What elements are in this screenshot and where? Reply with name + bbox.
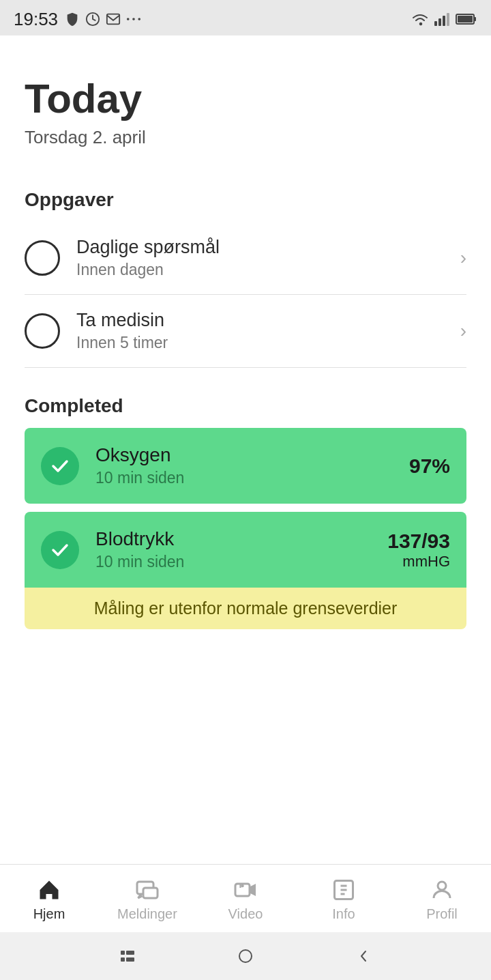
svg-rect-11 xyxy=(458,16,473,23)
status-time: 19:53 xyxy=(14,9,58,30)
completed-time-1: 10 min siden xyxy=(95,553,387,571)
completed-info-0: Oksygen 10 min siden xyxy=(95,444,409,487)
page-subtitle: Torsdag 2. april xyxy=(25,127,466,148)
tasks-section-header: Oppgaver xyxy=(25,189,466,211)
profile-icon xyxy=(430,878,454,902)
svg-rect-5 xyxy=(434,21,437,26)
status-icons xyxy=(65,12,141,27)
video-icon xyxy=(233,878,258,902)
android-menu-button[interactable] xyxy=(110,942,145,970)
check-circle-1 xyxy=(41,531,79,569)
task-title-1: Ta medisin xyxy=(76,310,460,331)
task-circle-0 xyxy=(25,240,60,276)
svg-point-3 xyxy=(132,18,135,20)
android-nav xyxy=(0,932,491,980)
svg-rect-26 xyxy=(239,950,252,962)
nav-item-video[interactable]: Video xyxy=(201,878,290,922)
nav-label-profil: Profil xyxy=(426,906,458,922)
svg-rect-13 xyxy=(143,888,158,898)
nav-label-hjem: Hjem xyxy=(33,906,65,922)
shield-icon xyxy=(65,12,80,27)
svg-rect-23 xyxy=(121,957,125,962)
task-info-0: Daglige spørsmål Innen dagen xyxy=(76,237,460,279)
bottom-nav: Hjem Meldinger Video Info xyxy=(0,864,491,932)
mail-icon xyxy=(106,12,121,27)
completed-time-0: 10 min siden xyxy=(95,469,409,487)
task-list: Daglige spørsmål Innen dagen › Ta medisi… xyxy=(25,222,466,368)
completed-section-header: Completed xyxy=(25,395,466,417)
completed-title-0: Oksygen xyxy=(95,444,409,466)
svg-rect-10 xyxy=(474,17,476,21)
info-icon xyxy=(331,878,356,902)
svg-rect-25 xyxy=(126,957,134,962)
android-home-button[interactable] xyxy=(228,942,263,970)
completed-section: Oksygen 10 min siden 97% Blodtrykk 10 mi… xyxy=(25,428,466,629)
svg-rect-7 xyxy=(443,16,445,26)
nav-item-meldinger[interactable]: Meldinger xyxy=(103,878,192,922)
svg-rect-24 xyxy=(126,951,134,955)
completed-value-0: 97% xyxy=(409,455,450,478)
wifi-icon xyxy=(411,12,430,27)
nav-label-meldinger: Meldinger xyxy=(117,906,177,922)
warning-banner-1: Måling er utenfor normale grenseverdier xyxy=(25,588,466,629)
check-circle-0 xyxy=(41,447,79,485)
dots-icon xyxy=(126,16,141,23)
completed-item-main-0: Oksygen 10 min siden 97% xyxy=(25,428,466,504)
status-bar-left: 19:53 xyxy=(14,9,141,30)
task-info-1: Ta medisin Innen 5 timer xyxy=(76,310,460,352)
clock-icon xyxy=(85,12,100,27)
status-bar: 19:53 xyxy=(0,0,491,35)
task-title-0: Daglige spørsmål xyxy=(76,237,460,258)
battery-icon xyxy=(456,12,477,26)
task-subtitle-0: Innen dagen xyxy=(76,261,460,279)
completed-item-0[interactable]: Oksygen 10 min siden 97% xyxy=(25,428,466,504)
chevron-right-icon-1: › xyxy=(460,320,466,342)
task-circle-1 xyxy=(25,313,60,349)
nav-item-profil[interactable]: Profil xyxy=(398,878,486,922)
svg-point-2 xyxy=(127,18,130,20)
status-bar-right xyxy=(411,12,477,27)
checkmark-icon-0 xyxy=(50,456,70,476)
messages-icon xyxy=(135,878,160,902)
task-item-1[interactable]: Ta medisin Innen 5 timer › xyxy=(25,295,466,368)
completed-value-1: 137/93 mmHG xyxy=(387,530,450,571)
home-icon xyxy=(37,878,61,902)
nav-item-info[interactable]: Info xyxy=(299,878,388,922)
svg-rect-6 xyxy=(438,18,441,26)
main-content: Today Torsdag 2. april Oppgaver Daglige … xyxy=(0,35,491,657)
completed-item-main-1: Blodtrykk 10 min siden 137/93 mmHG xyxy=(25,512,466,588)
svg-point-15 xyxy=(241,884,244,888)
svg-rect-8 xyxy=(447,13,449,26)
task-item-0[interactable]: Daglige spørsmål Innen dagen › xyxy=(25,222,466,295)
task-subtitle-1: Innen 5 timer xyxy=(76,334,460,352)
signal-icon xyxy=(434,12,451,27)
svg-point-21 xyxy=(438,882,446,890)
svg-rect-1 xyxy=(107,14,119,25)
nav-label-video: Video xyxy=(228,906,263,922)
completed-info-1: Blodtrykk 10 min siden xyxy=(95,528,387,571)
checkmark-icon-1 xyxy=(50,540,70,560)
completed-title-1: Blodtrykk xyxy=(95,528,387,550)
nav-label-info: Info xyxy=(332,906,355,922)
completed-item-1[interactable]: Blodtrykk 10 min siden 137/93 mmHG Målin… xyxy=(25,512,466,629)
svg-point-4 xyxy=(138,18,140,20)
svg-rect-22 xyxy=(121,951,125,955)
chevron-right-icon-0: › xyxy=(460,247,466,269)
page-title: Today xyxy=(25,76,466,121)
android-back-button[interactable] xyxy=(346,942,381,970)
nav-item-hjem[interactable]: Hjem xyxy=(5,878,93,922)
